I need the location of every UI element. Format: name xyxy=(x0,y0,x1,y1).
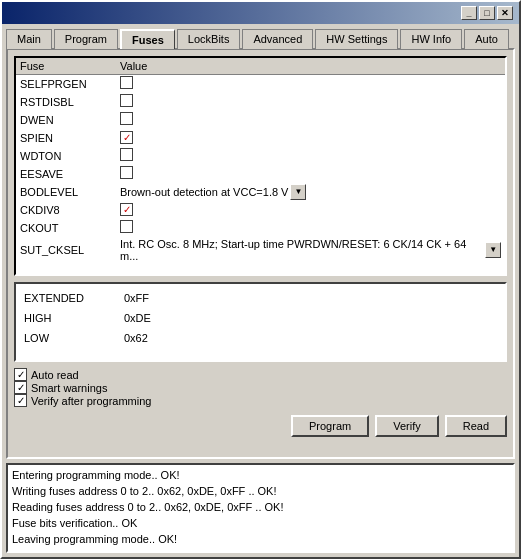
option-label: Auto read xyxy=(31,369,79,381)
fuse-table: Fuse Value SELFPRGENRSTDISBLDWENSPIENWDT… xyxy=(16,58,505,263)
fuse-name: DWEN xyxy=(16,111,116,129)
tab-hw-settings[interactable]: HW Settings xyxy=(315,29,398,49)
option-row: Smart warnings xyxy=(14,381,507,394)
summary-value: 0x62 xyxy=(124,332,148,344)
summary-row: EXTENDED0xFF xyxy=(24,288,497,308)
table-row: SELFPRGEN xyxy=(16,75,505,93)
close-button[interactable]: ✕ xyxy=(497,6,513,20)
dropdown-arrow-sut_cksel[interactable]: ▼ xyxy=(485,242,501,258)
maximize-button[interactable]: □ xyxy=(479,6,495,20)
fuse-name: CKOUT xyxy=(16,219,116,237)
col-fuse: Fuse xyxy=(16,58,116,75)
fuse-value[interactable] xyxy=(116,147,505,165)
tab-auto[interactable]: Auto xyxy=(464,29,509,49)
options-section: Auto readSmart warningsVerify after prog… xyxy=(14,368,507,437)
tab-hw-info[interactable]: HW Info xyxy=(400,29,462,49)
program-button[interactable]: Program xyxy=(291,415,369,437)
summary-value: 0xFF xyxy=(124,292,149,304)
tab-program[interactable]: Program xyxy=(54,29,118,49)
dropdown-text-bodlevel: Brown-out detection at VCC=1.8 V xyxy=(120,186,288,198)
summary-row: LOW0x62 xyxy=(24,328,497,348)
table-row: RSTDISBL xyxy=(16,93,505,111)
fuse-table-container: Fuse Value SELFPRGENRSTDISBLDWENSPIENWDT… xyxy=(14,56,507,276)
fuse-name: SELFPRGEN xyxy=(16,75,116,93)
fuse-name: BODLEVEL xyxy=(16,183,116,201)
table-row: BODLEVELBrown-out detection at VCC=1.8 V… xyxy=(16,183,505,201)
list-item: Entering programming mode.. OK! xyxy=(12,467,509,483)
fuse-checkbox-ckdiv8[interactable] xyxy=(120,203,133,216)
table-row: CKOUT xyxy=(16,219,505,237)
list-item: Writing fuses address 0 to 2.. 0x62, 0xD… xyxy=(12,483,509,499)
tab-lockbits[interactable]: LockBits xyxy=(177,29,241,49)
minimize-button[interactable]: _ xyxy=(461,6,477,20)
fuse-value[interactable] xyxy=(116,129,505,147)
fuse-name: EESAVE xyxy=(16,165,116,183)
option-row: Verify after programming xyxy=(14,394,507,407)
table-row: WDTON xyxy=(16,147,505,165)
fuse-value[interactable] xyxy=(116,219,505,237)
table-row: EESAVE xyxy=(16,165,505,183)
fuse-checkbox-dwen[interactable] xyxy=(120,112,133,125)
fuse-checkbox-eesave[interactable] xyxy=(120,166,133,179)
fuse-value[interactable] xyxy=(116,165,505,183)
list-item: Fuse bits verification.. OK xyxy=(12,515,509,531)
summary-label: HIGH xyxy=(24,312,104,324)
summary-value: 0xDE xyxy=(124,312,151,324)
table-row: SUT_CKSELInt. RC Osc. 8 MHz; Start-up ti… xyxy=(16,237,505,263)
main-window: _ □ ✕ MainProgramFusesLockBitsAdvancedHW… xyxy=(0,0,521,559)
tab-advanced[interactable]: Advanced xyxy=(242,29,313,49)
table-row: DWEN xyxy=(16,111,505,129)
fuse-value[interactable]: Int. RC Osc. 8 MHz; Start-up time PWRDWN… xyxy=(116,237,505,263)
dropdown-arrow-bodlevel[interactable]: ▼ xyxy=(290,184,306,200)
summary-box: EXTENDED0xFFHIGH0xDELOW0x62 xyxy=(14,282,507,362)
list-item: Reading fuses address 0 to 2.. 0x62, 0xD… xyxy=(12,499,509,515)
fuse-checkbox-rstdisbl[interactable] xyxy=(120,94,133,107)
fuses-content: Fuse Value SELFPRGENRSTDISBLDWENSPIENWDT… xyxy=(6,48,515,459)
fuse-name: CKDIV8 xyxy=(16,201,116,219)
fuse-value[interactable] xyxy=(116,75,505,93)
fuse-name: RSTDISBL xyxy=(16,93,116,111)
option-checkbox[interactable] xyxy=(14,394,27,407)
fuse-value[interactable] xyxy=(116,201,505,219)
buttons-row: ProgramVerifyRead xyxy=(14,415,507,437)
fuse-name: SPIEN xyxy=(16,129,116,147)
summary-row: HIGH0xDE xyxy=(24,308,497,328)
dropdown-text-sut_cksel: Int. RC Osc. 8 MHz; Start-up time PWRDWN… xyxy=(120,238,483,262)
table-row: SPIEN xyxy=(16,129,505,147)
fuse-checkbox-selfprgen[interactable] xyxy=(120,76,133,89)
table-row: CKDIV8 xyxy=(16,201,505,219)
fuse-name: WDTON xyxy=(16,147,116,165)
fuse-checkbox-ckout[interactable] xyxy=(120,220,133,233)
tab-fuses[interactable]: Fuses xyxy=(120,29,175,49)
option-checkbox[interactable] xyxy=(14,381,27,394)
tab-bar: MainProgramFusesLockBitsAdvancedHW Setti… xyxy=(2,24,519,48)
summary-label: EXTENDED xyxy=(24,292,104,304)
option-checkbox[interactable] xyxy=(14,368,27,381)
fuse-checkbox-wdton[interactable] xyxy=(120,148,133,161)
read-button[interactable]: Read xyxy=(445,415,507,437)
title-bar-buttons: _ □ ✕ xyxy=(461,6,513,20)
fuse-value[interactable] xyxy=(116,93,505,111)
log-section: Entering programming mode.. OK!Writing f… xyxy=(6,463,515,553)
fuse-checkbox-spien[interactable] xyxy=(120,131,133,144)
tab-main[interactable]: Main xyxy=(6,29,52,49)
summary-label: LOW xyxy=(24,332,104,344)
verify-button[interactable]: Verify xyxy=(375,415,439,437)
option-label: Verify after programming xyxy=(31,395,151,407)
col-value: Value xyxy=(116,58,505,75)
option-label: Smart warnings xyxy=(31,382,107,394)
fuse-value[interactable]: Brown-out detection at VCC=1.8 V▼ xyxy=(116,183,505,201)
fuse-value[interactable] xyxy=(116,111,505,129)
list-item: Leaving programming mode.. OK! xyxy=(12,531,509,547)
option-row: Auto read xyxy=(14,368,507,381)
fuse-name: SUT_CKSEL xyxy=(16,237,116,263)
title-bar: _ □ ✕ xyxy=(2,2,519,24)
